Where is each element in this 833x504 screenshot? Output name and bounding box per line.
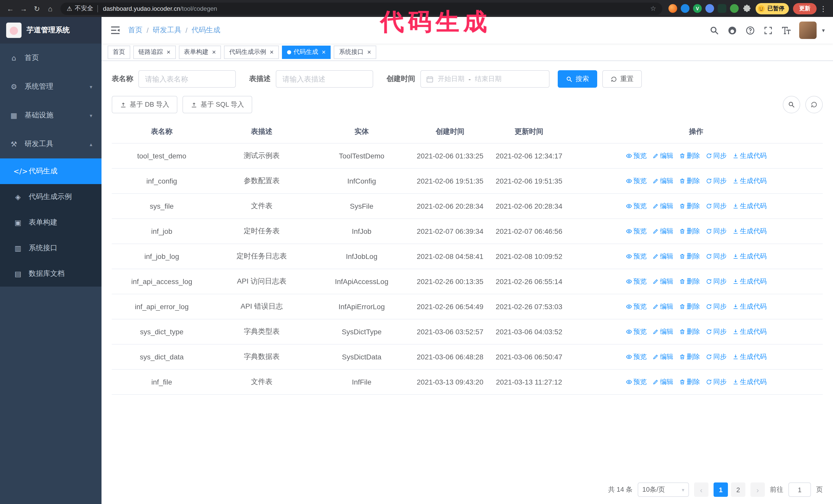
table-name-input[interactable] — [138, 70, 236, 88]
toggle-search-button[interactable] — [783, 96, 800, 113]
header-search-icon[interactable] — [710, 25, 719, 35]
close-icon[interactable]: × — [367, 49, 371, 55]
edit-link[interactable]: 编辑 — [652, 277, 673, 286]
sync-link[interactable]: 同步 — [706, 277, 727, 286]
extension-leaf-icon[interactable] — [730, 4, 739, 13]
sync-link[interactable]: 同步 — [706, 377, 727, 387]
help-icon[interactable] — [745, 25, 755, 35]
reload-icon[interactable]: ↻ — [31, 2, 43, 15]
user-avatar[interactable] — [800, 22, 817, 39]
sync-link[interactable]: 同步 — [706, 176, 727, 186]
generate-link[interactable]: 生成代码 — [732, 327, 767, 336]
edit-link[interactable]: 编辑 — [652, 201, 673, 211]
delete-link[interactable]: 删除 — [679, 277, 700, 286]
edit-link[interactable]: 编辑 — [652, 352, 673, 361]
font-size-icon[interactable] — [782, 25, 791, 35]
preview-link[interactable]: 预览 — [626, 151, 647, 161]
sync-link[interactable]: 同步 — [706, 302, 727, 311]
edit-link[interactable]: 编辑 — [652, 176, 673, 186]
fullscreen-icon[interactable] — [764, 25, 773, 35]
delete-link[interactable]: 删除 — [679, 377, 700, 387]
edit-link[interactable]: 编辑 — [652, 377, 673, 387]
back-icon[interactable]: ← — [4, 2, 17, 15]
import-sql-button[interactable]: 基于 SQL 导入 — [183, 96, 253, 113]
tag-item[interactable]: 首页 — [108, 45, 130, 59]
edit-link[interactable]: 编辑 — [652, 327, 673, 336]
preview-link[interactable]: 预览 — [626, 226, 647, 236]
generate-link[interactable]: 生成代码 — [732, 302, 767, 311]
page-button-2[interactable]: 2 — [731, 482, 745, 497]
preview-link[interactable]: 预览 — [626, 252, 647, 261]
breadcrumb-item[interactable]: 研发工具 — [153, 26, 182, 35]
generate-link[interactable]: 生成代码 — [732, 277, 767, 286]
tag-item[interactable]: 代码生成示例× — [224, 45, 279, 59]
sync-link[interactable]: 同步 — [706, 201, 727, 211]
search-button[interactable]: 搜索 — [558, 70, 597, 88]
extension-users-icon[interactable] — [705, 4, 714, 13]
sync-link[interactable]: 同步 — [706, 352, 727, 361]
delete-link[interactable]: 删除 — [679, 302, 700, 311]
edit-link[interactable]: 编辑 — [652, 252, 673, 261]
close-icon[interactable]: × — [212, 49, 216, 55]
generate-link[interactable]: 生成代码 — [732, 226, 767, 236]
date-range-picker[interactable]: 开始日期 - 结束日期 — [420, 70, 549, 88]
delete-link[interactable]: 删除 — [679, 226, 700, 236]
sidebar-item[interactable]: ⌂首页 — [0, 44, 101, 72]
tag-item[interactable]: 链路追踪× — [133, 45, 175, 59]
generate-link[interactable]: 生成代码 — [732, 151, 767, 161]
generate-link[interactable]: 生成代码 — [732, 352, 767, 361]
extension-dark-icon[interactable] — [718, 4, 727, 13]
tag-item[interactable]: 系统接口× — [334, 45, 376, 59]
date-end-placeholder[interactable]: 结束日期 — [475, 74, 502, 83]
profile-chip[interactable]: 已暂停 — [756, 3, 789, 14]
extension-fox-icon[interactable] — [668, 4, 677, 13]
sidebar-item[interactable]: ▦基础设施▾ — [0, 101, 101, 130]
import-db-button[interactable]: 基于 DB 导入 — [112, 96, 177, 113]
generate-link[interactable]: 生成代码 — [732, 377, 767, 387]
tag-item[interactable]: 代码生成× — [282, 45, 331, 59]
next-page-button[interactable]: › — [751, 482, 765, 497]
sidebar-item[interactable]: ⚙系统管理▾ — [0, 72, 101, 101]
extension-drop-icon[interactable] — [681, 4, 689, 13]
extensions-puzzle-icon[interactable] — [742, 4, 752, 13]
goto-page-input[interactable] — [788, 482, 811, 497]
preview-link[interactable]: 预览 — [626, 201, 647, 211]
page-button-1[interactable]: 1 — [714, 482, 728, 497]
sidebar-item[interactable]: ⚒研发工具▴ — [0, 130, 101, 159]
breadcrumb-item[interactable]: 代码生成 — [192, 26, 220, 35]
bookmark-star-icon[interactable]: ☆ — [650, 5, 656, 12]
sidebar-logo[interactable]: 芋道管理系统 — [0, 17, 101, 44]
generate-link[interactable]: 生成代码 — [732, 201, 767, 211]
prev-page-button[interactable]: ‹ — [694, 482, 709, 497]
date-start-placeholder[interactable]: 开始日期 — [438, 74, 465, 83]
generate-link[interactable]: 生成代码 — [732, 176, 767, 186]
delete-link[interactable]: 删除 — [679, 252, 700, 261]
generate-link[interactable]: 生成代码 — [732, 252, 767, 261]
sidebar-subitem[interactable]: ▤数据库文档 — [0, 261, 101, 287]
sidebar-subitem[interactable]: </>代码生成 — [0, 159, 101, 184]
sync-link[interactable]: 同步 — [706, 151, 727, 161]
avatar-caret-icon[interactable]: ▾ — [822, 27, 825, 33]
sidebar-toggle-icon[interactable] — [110, 25, 121, 36]
preview-link[interactable]: 预览 — [626, 277, 647, 286]
preview-link[interactable]: 预览 — [626, 352, 647, 361]
refresh-table-button[interactable] — [805, 96, 823, 113]
table-desc-input[interactable] — [276, 70, 373, 88]
edit-link[interactable]: 编辑 — [652, 151, 673, 161]
close-icon[interactable]: × — [167, 49, 170, 55]
delete-link[interactable]: 删除 — [679, 352, 700, 361]
preview-link[interactable]: 预览 — [626, 327, 647, 336]
breadcrumb-item[interactable]: 首页 — [128, 26, 143, 35]
preview-link[interactable]: 预览 — [626, 176, 647, 186]
delete-link[interactable]: 删除 — [679, 201, 700, 211]
sync-link[interactable]: 同步 — [706, 252, 727, 261]
sidebar-subitem[interactable]: ▥系统接口 — [0, 235, 101, 261]
extension-v-icon[interactable]: V — [693, 4, 702, 13]
close-icon[interactable]: × — [322, 49, 326, 55]
preview-link[interactable]: 预览 — [626, 302, 647, 311]
edit-link[interactable]: 编辑 — [652, 302, 673, 311]
delete-link[interactable]: 删除 — [679, 176, 700, 186]
edit-link[interactable]: 编辑 — [652, 226, 673, 236]
github-icon[interactable] — [728, 25, 737, 35]
sidebar-subitem[interactable]: ◈代码生成示例 — [0, 184, 101, 210]
